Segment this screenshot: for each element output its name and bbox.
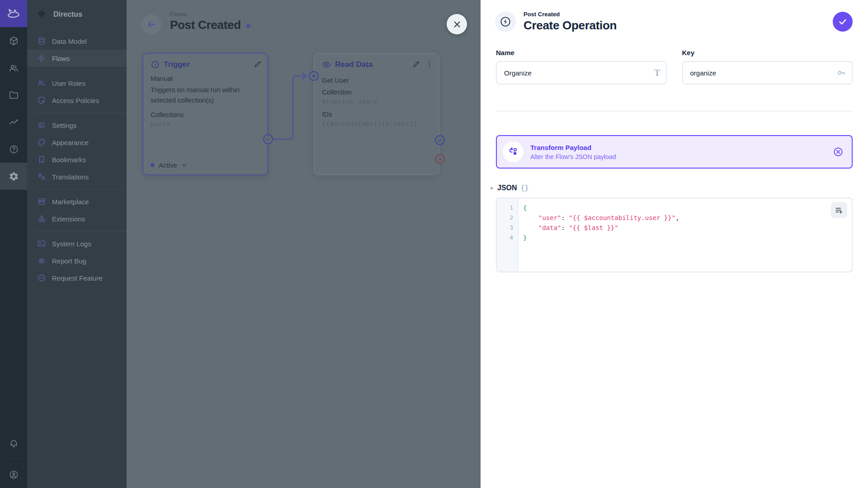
read-data-input-anchor[interactable] xyxy=(309,71,319,81)
collection-label: Collection xyxy=(322,88,431,96)
trigger-resolve-anchor[interactable] xyxy=(263,134,273,144)
sidebar-item-translations[interactable]: Translations xyxy=(27,168,127,185)
card-disable-button[interactable] xyxy=(833,146,844,157)
sidebar-item-settings[interactable]: Settings xyxy=(27,117,127,134)
sidebar-item-label: Settings xyxy=(52,122,76,129)
storefront-icon xyxy=(37,197,46,206)
save-button[interactable] xyxy=(833,12,853,32)
ids-value: {{$accountability.user}} xyxy=(322,120,431,127)
key-field: Key xyxy=(682,49,853,84)
bell-icon xyxy=(9,438,19,449)
module-files[interactable] xyxy=(0,81,27,108)
back-button[interactable] xyxy=(142,14,161,34)
edit-pencil-icon[interactable] xyxy=(254,60,262,68)
edit-pencil-icon[interactable] xyxy=(412,60,420,68)
key-field-label: Key xyxy=(682,49,853,56)
module-help[interactable] xyxy=(0,136,27,163)
title-text-icon: T xyxy=(654,67,660,79)
module-bar xyxy=(0,0,27,488)
collection-value: directus_users xyxy=(322,98,431,105)
folder-icon xyxy=(9,90,19,100)
sidebar-item-report-bug[interactable]: Report Bug xyxy=(27,252,127,269)
kebab-menu-icon[interactable] xyxy=(426,61,433,68)
read-data-panel-title: Read Data xyxy=(335,60,373,69)
module-bar-divider xyxy=(5,459,23,459)
sidebar-item-label: Data Model xyxy=(52,38,87,45)
project-header[interactable]: Directus xyxy=(27,0,127,29)
x-icon xyxy=(438,157,443,162)
flow-status-dropdown[interactable]: Active xyxy=(151,161,187,169)
feature-badge-icon xyxy=(37,273,46,282)
sidebar-item-flows[interactable]: Flows xyxy=(27,50,127,67)
flow-active-dot xyxy=(246,24,250,28)
flow-bolt-icon xyxy=(500,16,511,28)
sidebar-divider xyxy=(34,113,127,113)
sidebar-divider xyxy=(34,189,127,189)
name-field: Name T xyxy=(496,49,667,84)
sidebar-item-label: Access Policies xyxy=(52,97,99,104)
circle-x-icon xyxy=(833,146,844,157)
sidebar-divider xyxy=(34,70,127,71)
sidebar-item-bookmarks[interactable]: Bookmarks xyxy=(27,151,127,168)
sidebar-item-appearance[interactable]: Appearance xyxy=(27,134,127,151)
tune-icon xyxy=(37,121,46,130)
json-field-label: JSON xyxy=(497,184,517,192)
key-input[interactable] xyxy=(682,61,853,84)
sidebar-item-data-model[interactable]: Data Model xyxy=(27,33,127,50)
trigger-panel[interactable]: Trigger Manual Triggers on manual run wi… xyxy=(142,53,268,175)
flow-canvas: Flows Post Created Trigger Manual Trigge… xyxy=(127,0,481,488)
bug-icon xyxy=(37,256,46,265)
breadcrumb[interactable]: Flows xyxy=(170,11,187,18)
notifications-button[interactable] xyxy=(0,430,27,457)
check-icon xyxy=(265,136,271,142)
eye-icon xyxy=(322,60,331,69)
drawer-title: Create Operation xyxy=(524,19,833,33)
help-icon xyxy=(9,144,19,155)
rabbit-logo-icon xyxy=(6,6,21,21)
shapes-icon xyxy=(37,214,46,223)
sidebar-item-label: Bookmarks xyxy=(52,156,86,164)
sidebar-item-label: Translations xyxy=(52,173,89,181)
trigger-description: Triggers on manual run within selected c… xyxy=(151,84,260,105)
module-content[interactable] xyxy=(0,27,27,54)
arrow-left-icon xyxy=(146,19,157,30)
transform-payload-card[interactable]: Transform Payload Alter the Flow's JSON … xyxy=(496,135,853,169)
sidebar-item-extensions[interactable]: Extensions xyxy=(27,210,127,227)
read-data-panel[interactable]: Read Data Get User Collection directus_u… xyxy=(314,53,439,175)
name-input[interactable] xyxy=(496,61,667,84)
user-avatar[interactable] xyxy=(0,461,27,488)
chevron-down-icon xyxy=(181,162,187,168)
sidebar-item-request-feature[interactable]: Request Feature xyxy=(27,269,127,286)
sidebar-item-label: Request Feature xyxy=(52,274,103,282)
read-data-resolve-anchor[interactable] xyxy=(435,135,445,145)
operation-header-icon-circle xyxy=(495,11,516,32)
expand-template-button[interactable] xyxy=(831,202,847,218)
check-icon xyxy=(437,137,443,143)
trigger-collections-value: posts xyxy=(151,121,260,127)
page-title: Post Created xyxy=(170,18,241,32)
sidebar-item-label: Marketplace xyxy=(52,198,89,206)
playlist-add-icon xyxy=(835,206,844,215)
sidebar-item-system-logs[interactable]: System Logs xyxy=(27,235,127,252)
drawer-breadcrumb: Post Created xyxy=(524,11,833,18)
directus-logo[interactable] xyxy=(0,0,27,27)
json-code-editor[interactable]: 1234 { "user": "{{ $accountability.user … xyxy=(496,197,853,272)
bookmark-icon xyxy=(37,155,46,164)
cube-icon xyxy=(9,36,19,46)
avatar-icon xyxy=(9,469,19,480)
section-divider xyxy=(496,111,853,112)
drawer-close-button[interactable] xyxy=(447,14,467,34)
sidebar: Directus Data Model Flows User Roles Acc… xyxy=(27,0,127,488)
module-settings[interactable] xyxy=(0,163,27,190)
module-insights[interactable] xyxy=(0,108,27,136)
code-editor-lines[interactable]: { "user": "{{ $accountability.user }}", … xyxy=(519,198,852,272)
sidebar-item-access-policies[interactable]: Access Policies xyxy=(27,92,127,109)
read-data-reject-anchor[interactable] xyxy=(435,154,445,164)
operation-name: Get User xyxy=(322,76,431,84)
module-users[interactable] xyxy=(0,54,27,81)
palette-icon xyxy=(37,138,46,147)
sidebar-item-user-roles[interactable]: User Roles xyxy=(27,75,127,92)
database-icon xyxy=(37,37,46,46)
trigger-type: Manual xyxy=(151,75,260,82)
sidebar-item-marketplace[interactable]: Marketplace xyxy=(27,193,127,210)
